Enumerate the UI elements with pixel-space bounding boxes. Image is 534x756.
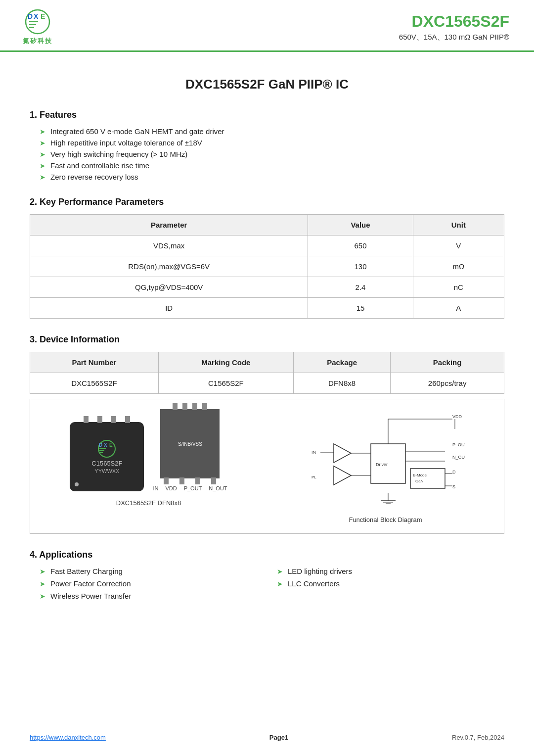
- col-header-parameter: Parameter: [30, 215, 308, 236]
- svg-text:D: D: [28, 12, 33, 20]
- flat-bottom-labels: IN VDD P_OUT N_OUT: [153, 485, 227, 491]
- param-unit: mΩ: [413, 256, 504, 277]
- pin: [179, 477, 184, 484]
- key-params-section: 2. Key Performance Parameters Parameter …: [30, 197, 504, 319]
- flat-package-drawing: S/INB/VSS: [160, 409, 220, 478]
- param-unit: V: [413, 236, 504, 256]
- table-row: RDS(on),max@VGS=6V 130 mΩ: [30, 256, 504, 277]
- col-marking-code: Marking Code: [158, 352, 293, 373]
- pin: [164, 477, 169, 484]
- bullet-arrow: ➤: [40, 128, 45, 136]
- feature-text: Integrated 650 V e-mode GaN HEMT and gat…: [50, 127, 224, 136]
- chip-logo-svg: D X E: [94, 440, 119, 458]
- list-item: ➤ Integrated 650 V e-mode GaN HEMT and g…: [40, 127, 504, 136]
- page: D X E 氮矽科技 DXC1565S2F 650V、15A、130 mΩ Ga…: [0, 0, 534, 756]
- chip-lot-text: YYWWXX: [94, 468, 119, 474]
- bullet-arrow: ➤: [40, 173, 45, 181]
- svg-marker-22: [334, 444, 351, 463]
- svg-text:E: E: [41, 12, 45, 20]
- applications-title: 4. Applications: [30, 550, 504, 560]
- pin: [97, 416, 102, 423]
- svg-text:S: S: [452, 484, 455, 489]
- key-params-table: Parameter Value Unit VDS,max 650 V RDS(o…: [30, 214, 504, 319]
- chip-caption: DXC1565S2F DFN8x8: [116, 499, 181, 507]
- part-number: DXC1565S2F: [30, 373, 159, 394]
- app-text: LED lighting drivers: [288, 567, 352, 575]
- footer-page: Page1: [269, 734, 288, 741]
- param-name: VDS,max: [30, 236, 308, 256]
- pin: [192, 403, 197, 410]
- svg-text:X: X: [104, 442, 107, 448]
- app-text: LLC Converters: [288, 579, 340, 588]
- company-name-cn: 氮矽科技: [23, 37, 52, 46]
- svg-text:E-Mode: E-Mode: [413, 473, 427, 477]
- pin: [182, 403, 187, 410]
- feature-text: High repetitive input voltage tolerance …: [50, 139, 202, 147]
- list-item: ➤ Very high switching frequency (> 10 MH…: [40, 150, 504, 158]
- chip-dot: [75, 482, 79, 486]
- col-package: Package: [293, 352, 390, 373]
- pin-label-nout: N_OUT: [209, 485, 227, 491]
- pin: [211, 477, 216, 484]
- bullet-arrow: ➤: [277, 580, 283, 588]
- list-item: ➤ Fast and controllable rise time: [40, 161, 504, 170]
- bullet-arrow: ➤: [40, 567, 45, 575]
- param-value: 2.4: [308, 277, 413, 298]
- feature-text: Zero reverse recovery loss: [50, 173, 138, 181]
- device-info-title: 3. Device Information: [30, 334, 504, 345]
- header-right: DXC1565S2F 650V、15A、130 mΩ GaN PIIP®: [399, 12, 509, 42]
- table-header-row: Part Number Marking Code Package Packing: [30, 352, 504, 373]
- table-row: ID 15 A: [30, 298, 504, 319]
- svg-text:GaN: GaN: [415, 479, 424, 483]
- chip-diagram: D X E C1565S2F YYWWXX: [40, 409, 257, 507]
- param-value: 15: [308, 298, 413, 319]
- pin-label-vdd: VDD: [165, 485, 177, 491]
- apps-list-1: ➤ Fast Battery Charging ➤ Power Factor C…: [30, 567, 267, 600]
- bullet-arrow: ➤: [277, 567, 283, 575]
- list-item: ➤ LLC Converters: [277, 579, 504, 588]
- pin: [173, 403, 178, 410]
- svg-rect-4: [29, 21, 38, 22]
- page-title: DXC1565S2F GaN PIIP® IC: [30, 77, 504, 92]
- footer-url[interactable]: https://www.danxitech.com: [30, 734, 106, 741]
- table-row: QG,typ@VDS=400V 2.4 nC: [30, 277, 504, 298]
- svg-text:N_OUT: N_OUT: [452, 455, 465, 460]
- table-row: VDS,max 650 V: [30, 236, 504, 256]
- chip-pins-top: [84, 416, 130, 423]
- block-diagram: VDD P_OUT N_OUT D S IN: [277, 409, 494, 523]
- chip-package-drawing: D X E C1565S2F YYWWXX: [70, 422, 144, 491]
- svg-text:Driver: Driver: [376, 462, 388, 467]
- chip-img-container: D X E C1565S2F YYWWXX: [70, 409, 227, 491]
- col-part-number: Part Number: [30, 352, 159, 373]
- list-item: ➤ LED lighting drivers: [277, 567, 504, 575]
- svg-text:IN: IN: [312, 450, 316, 455]
- pin: [202, 403, 207, 410]
- packing-info: 260pcs/tray: [391, 373, 504, 394]
- block-diagram-svg: VDD P_OUT N_OUT D S IN: [307, 409, 465, 508]
- pin-label-pout: P_OUT: [184, 485, 202, 491]
- header-product-subtitle: 650V、15A、130 mΩ GaN PIIP®: [399, 33, 509, 42]
- svg-text:VDD: VDD: [452, 414, 462, 419]
- param-name: ID: [30, 298, 308, 319]
- param-name: QG,typ@VDS=400V: [30, 277, 308, 298]
- device-info-table: Part Number Marking Code Package Packing…: [30, 352, 504, 394]
- flat-pins-top: [173, 403, 207, 410]
- bullet-arrow: ➤: [40, 139, 45, 147]
- svg-text:PL: PL: [312, 475, 316, 479]
- apps-col-1: ➤ Fast Battery Charging ➤ Power Factor C…: [30, 567, 267, 604]
- col-packing: Packing: [391, 352, 504, 373]
- svg-text:D: D: [452, 470, 456, 474]
- flat-label-text: S/INB/VSS: [178, 441, 202, 447]
- param-unit: A: [413, 298, 504, 319]
- svg-text:P_OUT: P_OUT: [452, 442, 465, 447]
- marking-code: C1565S2F: [158, 373, 293, 394]
- svg-rect-30: [410, 469, 445, 488]
- bullet-arrow: ➤: [40, 592, 45, 600]
- header: D X E 氮矽科技 DXC1565S2F 650V、15A、130 mΩ Ga…: [0, 0, 534, 52]
- flat-pins-bottom: [164, 477, 216, 484]
- app-text: Fast Battery Charging: [50, 567, 123, 575]
- features-section: 1. Features ➤ Integrated 650 V e-mode Ga…: [30, 110, 504, 181]
- list-item: ➤ High repetitive input voltage toleranc…: [40, 139, 504, 147]
- table-header-row: Parameter Value Unit: [30, 215, 504, 236]
- chip-model-text: C1565S2F: [91, 460, 122, 467]
